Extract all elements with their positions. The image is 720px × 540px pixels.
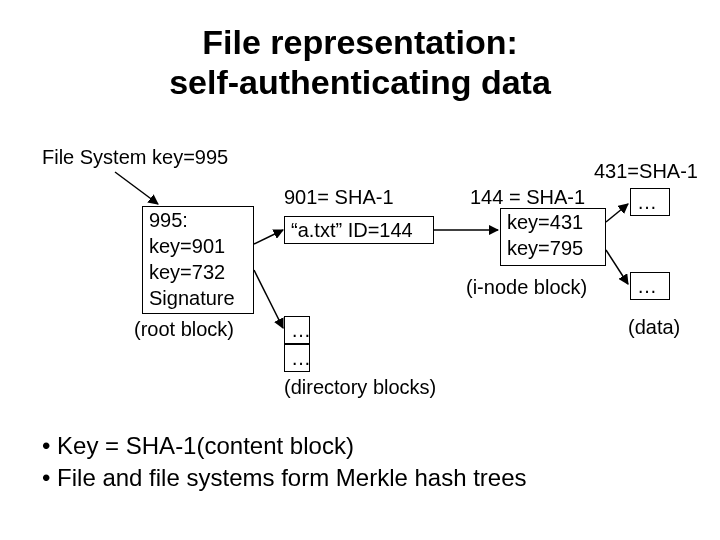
data-block-header: 431=SHA-1 (594, 160, 698, 183)
inode-block-label: (i-node block) (466, 276, 587, 299)
data-block-box-2: … (630, 272, 670, 300)
title-line-1: File representation: (202, 23, 518, 61)
slide-title: File representation: self-authenticating… (0, 22, 720, 102)
root-block-label: (root block) (134, 318, 234, 341)
bullet-1: • Key = SHA-1(content block) (42, 430, 527, 462)
bullet-2: • File and file systems form Merkle hash… (42, 462, 527, 494)
slide: File representation: self-authenticating… (0, 0, 720, 540)
title-line-2: self-authenticating data (169, 63, 551, 101)
root-box-line-4: Signature (149, 285, 247, 311)
inode-line-2: key=795 (507, 235, 599, 261)
data-label: (data) (628, 316, 680, 339)
directory-ellipsis-1: … (284, 316, 310, 344)
root-block-box: 995: key=901 key=732 Signature (142, 206, 254, 314)
file-system-key-label: File System key=995 (42, 146, 228, 169)
directory-ellipsis-2: … (284, 344, 310, 372)
root-box-line-1: 995: (149, 207, 247, 233)
inode-header: 144 = SHA-1 (470, 186, 585, 209)
directory-blocks-label: (directory blocks) (284, 376, 436, 399)
svg-line-1 (254, 230, 283, 244)
inode-box: key=431 key=795 (500, 208, 606, 266)
bullet-list: • Key = SHA-1(content block) • File and … (42, 430, 527, 495)
data-block-box-1: … (630, 188, 670, 216)
inode-line-1: key=431 (507, 209, 599, 235)
directory-entry-box: “a.txt” ID=144 (284, 216, 434, 244)
svg-line-4 (606, 204, 628, 222)
svg-line-5 (606, 250, 628, 284)
directory-header: 901= SHA-1 (284, 186, 394, 209)
svg-line-0 (115, 172, 158, 204)
svg-line-2 (254, 270, 283, 328)
root-box-line-3: key=732 (149, 259, 247, 285)
root-box-line-2: key=901 (149, 233, 247, 259)
